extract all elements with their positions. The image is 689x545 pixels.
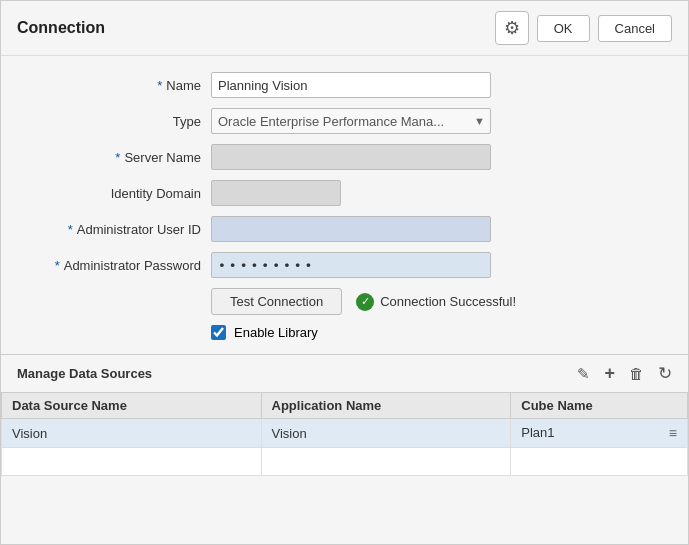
type-row: Type Oracle Enterprise Performance Mana.…	[1, 108, 648, 134]
admin-password-label: *Administrator Password	[1, 258, 211, 273]
ok-button[interactable]: OK	[537, 15, 590, 42]
enable-library-label[interactable]: Enable Library	[234, 325, 318, 340]
name-label: *Name	[1, 78, 211, 93]
dialog-body: *Name Type Oracle Enterprise Performance…	[1, 56, 688, 544]
table-row-empty	[2, 448, 688, 476]
admin-password-input[interactable]	[211, 252, 491, 278]
cell-cube-text: Plan1	[521, 425, 554, 440]
col-cube: Cube Name	[511, 393, 688, 419]
connection-status: ✓ Connection Successful!	[356, 293, 516, 311]
data-sources-table: Data Source Name Application Name Cube N…	[1, 392, 688, 476]
required-star: *	[157, 78, 162, 93]
header-actions: ⚙ OK Cancel	[495, 11, 672, 45]
check-icon: ✓	[361, 295, 370, 308]
admin-user-row: *Administrator User ID	[1, 216, 648, 242]
name-input[interactable]	[211, 72, 491, 98]
identity-domain-input[interactable]	[211, 180, 341, 206]
connection-status-text: Connection Successful!	[380, 294, 516, 309]
col-application: Application Name	[261, 393, 511, 419]
dialog-header: Connection ⚙ OK Cancel	[1, 1, 688, 56]
gear-icon: ⚙	[504, 17, 520, 39]
form-section: *Name Type Oracle Enterprise Performance…	[1, 72, 688, 340]
type-select-wrapper: Oracle Enterprise Performance Mana... ▼	[211, 108, 491, 134]
refresh-icon[interactable]: ↻	[658, 363, 672, 384]
cell-datasource: Vision	[2, 419, 262, 448]
delete-icon[interactable]: 🗑	[629, 365, 644, 382]
admin-user-label: *Administrator User ID	[1, 222, 211, 237]
manage-sources-title: Manage Data Sources	[17, 366, 152, 381]
admin-user-input[interactable]	[211, 216, 491, 242]
test-connection-button[interactable]: Test Connection	[211, 288, 342, 315]
cell-empty-3	[511, 448, 688, 476]
type-label: Type	[1, 114, 211, 129]
test-connection-row: Test Connection ✓ Connection Successful!	[211, 288, 648, 315]
required-star-server: *	[115, 150, 120, 165]
dialog-title: Connection	[17, 19, 105, 37]
cell-empty-1	[2, 448, 262, 476]
table-row[interactable]: Vision Vision Plan1 ≡	[2, 419, 688, 448]
cell-cube: Plan1 ≡	[511, 419, 688, 448]
manage-sources-toolbar: ✎ + 🗑 ↻	[577, 363, 672, 384]
type-select[interactable]: Oracle Enterprise Performance Mana...	[211, 108, 491, 134]
name-row: *Name	[1, 72, 648, 98]
manage-sources-header: Manage Data Sources ✎ + 🗑 ↻	[1, 355, 688, 392]
table-header-row: Data Source Name Application Name Cube N…	[2, 393, 688, 419]
edit-icon[interactable]: ✎	[577, 365, 590, 383]
server-name-label: *Server Name	[1, 150, 211, 165]
required-star-user: *	[68, 222, 73, 237]
enable-library-checkbox[interactable]	[211, 325, 226, 340]
settings-button[interactable]: ⚙	[495, 11, 529, 45]
identity-domain-row: Identity Domain	[1, 180, 648, 206]
cancel-button[interactable]: Cancel	[598, 15, 672, 42]
identity-domain-label: Identity Domain	[1, 186, 211, 201]
connection-dialog: Connection ⚙ OK Cancel *Name Type	[0, 0, 689, 545]
manage-data-sources-section: Manage Data Sources ✎ + 🗑 ↻ Data Source …	[1, 354, 688, 476]
enable-library-row: Enable Library	[211, 325, 648, 340]
required-star-pwd: *	[55, 258, 60, 273]
admin-password-row: *Administrator Password	[1, 252, 648, 278]
row-menu-icon[interactable]: ≡	[669, 425, 677, 441]
col-datasource: Data Source Name	[2, 393, 262, 419]
server-name-row: *Server Name	[1, 144, 648, 170]
add-icon[interactable]: +	[604, 363, 615, 384]
cell-application: Vision	[261, 419, 511, 448]
server-name-input[interactable]	[211, 144, 491, 170]
cell-empty-2	[261, 448, 511, 476]
check-circle-icon: ✓	[356, 293, 374, 311]
